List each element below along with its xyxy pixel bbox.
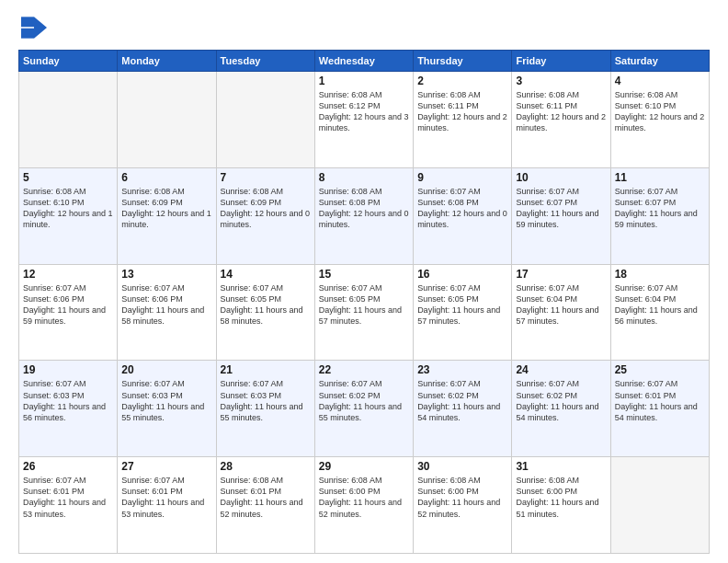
day-number: 9 (417, 171, 507, 184)
day-number: 1 (319, 75, 409, 87)
calendar-cell (118, 72, 216, 168)
calendar-cell: 5Sunrise: 6:08 AM Sunset: 6:10 PM Daylig… (19, 167, 118, 264)
calendar-week-row: 12Sunrise: 6:07 AM Sunset: 6:06 PM Dayli… (19, 264, 710, 361)
day-number: 10 (516, 171, 606, 184)
calendar-header-row: SundayMondayTuesdayWednesdayThursdayFrid… (19, 51, 710, 72)
calendar-cell: 8Sunrise: 6:08 AM Sunset: 6:08 PM Daylig… (314, 167, 413, 264)
day-info: Sunrise: 6:07 AM Sunset: 6:04 PM Dayligh… (615, 282, 705, 327)
day-number: 8 (319, 171, 409, 184)
day-info: Sunrise: 6:08 AM Sunset: 6:08 PM Dayligh… (319, 186, 409, 231)
day-number: 28 (221, 460, 311, 473)
calendar-cell: 29Sunrise: 6:08 AM Sunset: 6:00 PM Dayli… (314, 457, 413, 554)
calendar-cell: 27Sunrise: 6:07 AM Sunset: 6:01 PM Dayli… (118, 457, 216, 554)
day-info: Sunrise: 6:07 AM Sunset: 6:08 PM Dayligh… (417, 186, 507, 231)
day-number: 22 (319, 363, 409, 376)
day-info: Sunrise: 6:07 AM Sunset: 6:02 PM Dayligh… (516, 378, 606, 423)
day-number: 21 (221, 363, 311, 376)
day-of-week-header: Thursday (414, 51, 512, 72)
day-info: Sunrise: 6:08 AM Sunset: 6:10 PM Dayligh… (23, 186, 113, 231)
calendar-cell: 6Sunrise: 6:08 AM Sunset: 6:09 PM Daylig… (118, 167, 216, 264)
day-number: 6 (121, 171, 211, 184)
day-number: 14 (221, 268, 311, 281)
day-number: 29 (319, 460, 409, 473)
day-info: Sunrise: 6:08 AM Sunset: 6:11 PM Dayligh… (516, 89, 606, 134)
calendar-cell: 31Sunrise: 6:08 AM Sunset: 6:00 PM Dayli… (512, 457, 610, 554)
calendar-cell: 14Sunrise: 6:07 AM Sunset: 6:05 PM Dayli… (216, 264, 314, 361)
day-info: Sunrise: 6:07 AM Sunset: 6:06 PM Dayligh… (121, 282, 211, 327)
calendar-cell: 4Sunrise: 6:08 AM Sunset: 6:10 PM Daylig… (610, 72, 709, 168)
day-of-week-header: Friday (512, 51, 610, 72)
day-info: Sunrise: 6:07 AM Sunset: 6:05 PM Dayligh… (221, 282, 311, 327)
day-number: 5 (23, 171, 113, 184)
day-number: 19 (23, 363, 113, 376)
day-number: 20 (121, 363, 211, 376)
day-info: Sunrise: 6:08 AM Sunset: 6:09 PM Dayligh… (221, 186, 311, 231)
calendar-cell: 10Sunrise: 6:07 AM Sunset: 6:07 PM Dayli… (512, 167, 610, 264)
day-number: 17 (516, 268, 606, 281)
day-number: 31 (516, 460, 606, 473)
calendar-cell: 17Sunrise: 6:07 AM Sunset: 6:04 PM Dayli… (512, 264, 610, 361)
day-of-week-header: Sunday (19, 51, 118, 72)
day-of-week-header: Saturday (610, 51, 709, 72)
day-info: Sunrise: 6:08 AM Sunset: 6:00 PM Dayligh… (319, 475, 409, 520)
calendar-week-row: 5Sunrise: 6:08 AM Sunset: 6:10 PM Daylig… (19, 167, 710, 264)
day-number: 23 (417, 363, 507, 376)
day-info: Sunrise: 6:08 AM Sunset: 6:10 PM Dayligh… (615, 89, 705, 134)
day-number: 26 (23, 460, 113, 473)
day-number: 7 (221, 171, 311, 184)
calendar-table: SundayMondayTuesdayWednesdayThursdayFrid… (18, 50, 710, 554)
calendar-cell: 21Sunrise: 6:07 AM Sunset: 6:03 PM Dayli… (216, 361, 314, 457)
calendar-cell: 9Sunrise: 6:07 AM Sunset: 6:08 PM Daylig… (414, 167, 512, 264)
day-info: Sunrise: 6:08 AM Sunset: 6:00 PM Dayligh… (417, 475, 507, 520)
day-number: 24 (516, 363, 606, 376)
calendar-cell: 26Sunrise: 6:07 AM Sunset: 6:01 PM Dayli… (19, 457, 118, 554)
header (18, 17, 710, 42)
calendar-week-row: 19Sunrise: 6:07 AM Sunset: 6:03 PM Dayli… (19, 361, 710, 457)
day-info: Sunrise: 6:07 AM Sunset: 6:02 PM Dayligh… (417, 378, 507, 423)
day-number: 27 (121, 460, 211, 473)
day-number: 4 (615, 75, 705, 87)
day-info: Sunrise: 6:07 AM Sunset: 6:03 PM Dayligh… (121, 378, 211, 423)
svg-rect-0 (21, 17, 34, 27)
day-number: 16 (417, 268, 507, 281)
calendar-cell: 19Sunrise: 6:07 AM Sunset: 6:03 PM Dayli… (19, 361, 118, 457)
svg-rect-1 (21, 29, 34, 39)
calendar-cell (19, 72, 118, 168)
day-info: Sunrise: 6:08 AM Sunset: 6:01 PM Dayligh… (221, 475, 311, 520)
day-number: 15 (319, 268, 409, 281)
day-info: Sunrise: 6:07 AM Sunset: 6:03 PM Dayligh… (221, 378, 311, 423)
calendar-cell: 30Sunrise: 6:08 AM Sunset: 6:00 PM Dayli… (414, 457, 512, 554)
day-number: 12 (23, 268, 113, 281)
day-of-week-header: Tuesday (216, 51, 314, 72)
calendar-cell: 25Sunrise: 6:07 AM Sunset: 6:01 PM Dayli… (610, 361, 709, 457)
day-info: Sunrise: 6:08 AM Sunset: 6:12 PM Dayligh… (319, 89, 409, 134)
logo (18, 17, 51, 42)
day-info: Sunrise: 6:07 AM Sunset: 6:05 PM Dayligh… (319, 282, 409, 327)
calendar-cell (216, 72, 314, 168)
day-info: Sunrise: 6:07 AM Sunset: 6:05 PM Dayligh… (417, 282, 507, 327)
calendar-week-row: 26Sunrise: 6:07 AM Sunset: 6:01 PM Dayli… (19, 457, 710, 554)
calendar-cell: 11Sunrise: 6:07 AM Sunset: 6:07 PM Dayli… (610, 167, 709, 264)
day-info: Sunrise: 6:07 AM Sunset: 6:02 PM Dayligh… (319, 378, 409, 423)
calendar-cell: 7Sunrise: 6:08 AM Sunset: 6:09 PM Daylig… (216, 167, 314, 264)
calendar-cell: 3Sunrise: 6:08 AM Sunset: 6:11 PM Daylig… (512, 72, 610, 168)
day-info: Sunrise: 6:07 AM Sunset: 6:04 PM Dayligh… (516, 282, 606, 327)
calendar-cell: 16Sunrise: 6:07 AM Sunset: 6:05 PM Dayli… (414, 264, 512, 361)
calendar-cell: 28Sunrise: 6:08 AM Sunset: 6:01 PM Dayli… (216, 457, 314, 554)
calendar-cell: 1Sunrise: 6:08 AM Sunset: 6:12 PM Daylig… (314, 72, 413, 168)
day-of-week-header: Wednesday (314, 51, 413, 72)
day-info: Sunrise: 6:07 AM Sunset: 6:07 PM Dayligh… (516, 186, 606, 231)
day-number: 13 (121, 268, 211, 281)
calendar-cell: 23Sunrise: 6:07 AM Sunset: 6:02 PM Dayli… (414, 361, 512, 457)
day-info: Sunrise: 6:07 AM Sunset: 6:01 PM Dayligh… (121, 475, 211, 520)
calendar-cell: 13Sunrise: 6:07 AM Sunset: 6:06 PM Dayli… (118, 264, 216, 361)
day-number: 3 (516, 75, 606, 87)
day-info: Sunrise: 6:07 AM Sunset: 6:01 PM Dayligh… (615, 378, 705, 423)
calendar-week-row: 1Sunrise: 6:08 AM Sunset: 6:12 PM Daylig… (19, 72, 710, 168)
day-info: Sunrise: 6:08 AM Sunset: 6:11 PM Dayligh… (417, 89, 507, 134)
calendar-cell: 2Sunrise: 6:08 AM Sunset: 6:11 PM Daylig… (414, 72, 512, 168)
calendar-cell: 18Sunrise: 6:07 AM Sunset: 6:04 PM Dayli… (610, 264, 709, 361)
calendar-cell: 24Sunrise: 6:07 AM Sunset: 6:02 PM Dayli… (512, 361, 610, 457)
calendar-cell: 12Sunrise: 6:07 AM Sunset: 6:06 PM Dayli… (19, 264, 118, 361)
day-number: 18 (615, 268, 705, 281)
